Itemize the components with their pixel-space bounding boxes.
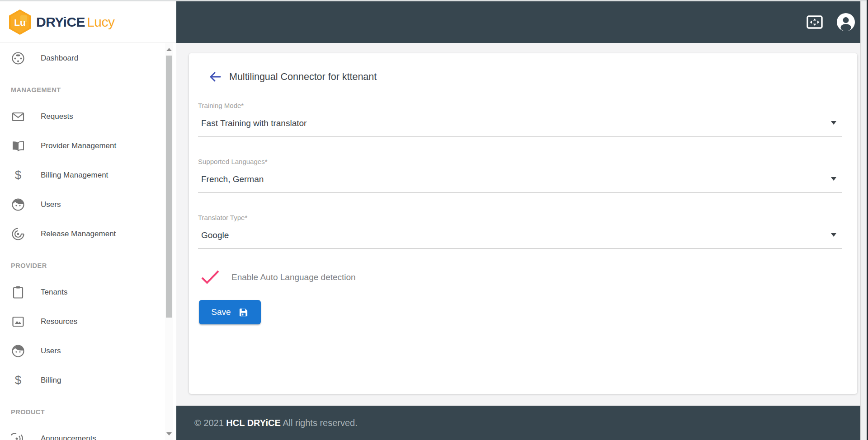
field-label: Translator Type* [198,214,842,221]
sidebar-item-label: Resources [41,317,77,326]
footer: © 2021 HCL DRYiCE All rights reserved. [176,406,860,440]
select-field-supported-languages[interactable]: Supported Languages*French, German [198,158,842,192]
form-fields: Training Mode*Fast Training with transla… [198,102,842,248]
dropdown-caret-icon [831,177,836,181]
copyright-text: © 2021 HCL DRYiCE All rights reserved. [194,418,358,428]
sidebar-section-header-provider: PROVIDER [0,248,163,277]
scrollbar-thumb[interactable] [166,56,172,318]
save-floppy-icon [238,307,249,318]
sidebar-item-label: Release Management [41,229,116,239]
brand-name-light: Lucy [87,14,114,29]
checkmark-icon [200,269,220,286]
field-selected-value: French, German [201,174,842,184]
save-button-label: Save [211,307,231,317]
sidebar-item-billing-management[interactable]: $Billing Management [0,160,163,190]
sidebar-item-label: Tenants [41,288,68,297]
book-icon [11,139,25,153]
dropdown-caret-icon [831,233,836,237]
mail-icon [11,109,25,124]
sidebar-item-label: Billing [41,376,61,385]
main-content-area: Multilingual Connector for kttenant Trai… [176,43,860,406]
field-selected-value: Google [201,230,842,240]
sidebar-scrollbar[interactable] [165,43,173,440]
fit-screen-icon[interactable] [807,15,823,29]
scrollbar-up-arrow[interactable] [166,48,172,51]
field-underline [198,136,842,136]
sidebar-section-header-management: MANAGEMENT [0,73,163,102]
brand-name: DRYiCELucy [36,14,115,30]
sidebar-item-label: Provider Management [41,141,116,150]
sidebar-item-provider-management[interactable]: Provider Management [0,131,163,160]
field-label: Supported Languages* [198,158,842,165]
sidebar-item-users[interactable]: Users [0,336,163,365]
sidebar-item-tenants[interactable]: Tenants [0,277,163,307]
sidebar-item-dashboard[interactable]: Dashboard [0,43,163,73]
image-icon [11,314,25,329]
face-icon [11,197,25,212]
card-header: Multilingual Connector for kttenant [209,69,842,84]
page-scrollbar-track[interactable] [860,1,867,440]
save-button[interactable]: Save [199,300,261,324]
sidebar-item-label: Requests [41,112,73,121]
sidebar-section-header-product: PRODUCT [0,395,163,424]
select-field-training-mode[interactable]: Training Mode*Fast Training with transla… [198,102,842,136]
back-arrow-icon[interactable] [209,71,221,82]
page-title: Multilingual Connector for kttenant [229,71,377,83]
connector-card: Multilingual Connector for kttenant Trai… [189,53,857,394]
field-label: Training Mode* [198,102,842,109]
checkbox-label: Enable Auto Language detection [231,272,356,282]
field-selected-value: Fast Training with translator [201,118,842,128]
dollar-icon: $ [11,373,25,388]
campaign-icon [11,431,25,440]
dropdown-caret-icon [831,121,836,125]
sidebar-item-announcements[interactable]: Announcements [0,424,163,440]
sidebar-item-label: Users [41,346,61,356]
lucy-hexagon-icon: Lu [8,9,32,35]
sidebar-item-label: Users [41,200,61,209]
brand-name-bold: DRYiCE [36,14,85,29]
top-app-bar [176,1,867,43]
select-field-translator-type[interactable]: Translator Type*Google [198,214,842,248]
field-underline [198,192,842,192]
sidebar-item-label: Announcements [41,434,96,440]
release-icon [11,227,25,241]
svg-text:Lu: Lu [14,17,26,28]
brand-logo[interactable]: Lu DRYiCELucy [0,1,176,43]
dollar-icon: $ [11,168,25,183]
account-circle-icon[interactable] [836,13,855,32]
sidebar-nav: DashboardMANAGEMENTRequestsProvider Mana… [0,43,163,440]
sidebar: Lu DRYiCELucy DashboardMANAGEMENTRequest… [0,1,176,440]
sidebar-item-label: Dashboard [41,54,78,63]
sidebar-item-users[interactable]: Users [0,190,163,219]
face-icon [11,344,25,358]
sidebar-item-label: Billing Management [41,171,108,180]
window-top-edge [0,0,868,1]
sidebar-item-resources[interactable]: Resources [0,307,163,336]
scrollbar-down-arrow[interactable] [166,432,172,435]
sidebar-item-billing[interactable]: $Billing [0,365,163,395]
auto-language-checkbox[interactable]: Enable Auto Language detection [200,269,842,286]
dashboard-icon [11,51,25,66]
clipboard-icon [11,285,25,300]
sidebar-item-requests[interactable]: Requests [0,102,163,131]
sidebar-item-release-management[interactable]: Release Management [0,219,163,248]
field-underline [198,248,842,248]
